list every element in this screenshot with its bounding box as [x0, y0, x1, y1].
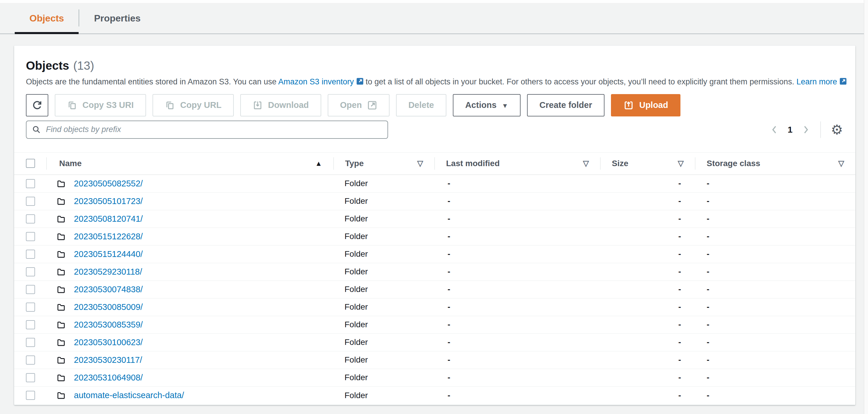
- learn-more-link[interactable]: Learn more: [797, 77, 837, 86]
- column-header-type[interactable]: Type ▽: [333, 152, 434, 174]
- s3-inventory-link[interactable]: Amazon S3 inventory: [278, 77, 354, 86]
- row-name-cell: 20230505082552/: [46, 179, 333, 188]
- delete-button[interactable]: Delete: [396, 94, 446, 116]
- sort-ascending-icon[interactable]: ▲: [315, 159, 333, 168]
- external-link-icon: [367, 100, 377, 110]
- row-size-cell: -: [600, 391, 695, 400]
- row-checkbox[interactable]: [26, 250, 35, 259]
- folder-link[interactable]: 20230515124440/: [74, 249, 143, 259]
- copy-icon: [67, 100, 77, 110]
- folder-link[interactable]: 20230529230118/: [74, 267, 142, 277]
- row-name-cell: automate-elasticsearch-data/: [46, 390, 333, 400]
- row-type-cell: Folder: [333, 391, 434, 400]
- row-last-modified-cell: -: [434, 179, 600, 188]
- row-name-cell: 20230515122628/: [46, 232, 333, 241]
- row-select-cell: [14, 299, 46, 316]
- row-size-cell: -: [600, 338, 695, 347]
- filter-icon[interactable]: ▽: [838, 159, 855, 168]
- row-checkbox[interactable]: [26, 338, 35, 347]
- folder-link[interactable]: 20230515122628/: [74, 232, 143, 241]
- objects-panel: Objects (13) Objects are the fundamental…: [14, 45, 855, 405]
- row-checkbox[interactable]: [26, 267, 35, 276]
- select-all-checkbox[interactable]: [26, 159, 35, 168]
- row-size-cell: -: [600, 320, 695, 329]
- row-size-cell: -: [600, 373, 695, 382]
- row-checkbox[interactable]: [26, 179, 35, 188]
- row-checkbox[interactable]: [26, 391, 35, 400]
- row-size-cell: -: [600, 355, 695, 365]
- row-select-cell: [14, 245, 46, 263]
- table-header-row: Name ▲ Type ▽ Last modified ▽ Size ▽ Sto…: [14, 152, 855, 175]
- object-table-body: 20230505082552/ Folder - - - 20230505101…: [14, 175, 855, 404]
- row-checkbox[interactable]: [26, 320, 35, 329]
- folder-link[interactable]: 20230530230117/: [74, 355, 142, 365]
- row-name-cell: 20230530085359/: [46, 320, 333, 330]
- row-checkbox[interactable]: [26, 303, 35, 312]
- panel-title-text: Objects: [26, 59, 69, 72]
- column-header-size[interactable]: Size ▽: [600, 152, 695, 174]
- folder-link[interactable]: automate-elasticsearch-data/: [74, 390, 184, 400]
- row-checkbox[interactable]: [26, 197, 35, 206]
- tab-objects[interactable]: Objects: [15, 3, 79, 34]
- table-row: 20230508120741/ Folder - - -: [14, 210, 855, 228]
- row-last-modified-cell: -: [434, 285, 600, 294]
- row-name-cell: 20230530085009/: [46, 302, 333, 312]
- row-storage-class-cell: -: [695, 302, 855, 312]
- tab-objects-label: Objects: [29, 13, 64, 24]
- table-row: 20230530230117/ Folder - - -: [14, 351, 855, 369]
- upload-button[interactable]: Upload: [611, 94, 680, 116]
- search-input[interactable]: [46, 125, 382, 134]
- row-storage-class-cell: -: [695, 267, 855, 276]
- row-last-modified-cell: -: [434, 338, 600, 347]
- column-header-name[interactable]: Name ▲: [46, 152, 333, 174]
- delete-label: Delete: [408, 100, 434, 110]
- row-size-cell: -: [600, 249, 695, 259]
- row-checkbox[interactable]: [26, 232, 35, 241]
- open-button[interactable]: Open: [328, 94, 390, 116]
- folder-link[interactable]: 20230530085009/: [74, 302, 143, 312]
- folder-link[interactable]: 20230530085359/: [74, 320, 143, 330]
- previous-page-button[interactable]: [770, 125, 779, 135]
- create-folder-button[interactable]: Create folder: [527, 94, 604, 116]
- upload-label: Upload: [639, 100, 668, 110]
- filter-icon[interactable]: ▽: [417, 159, 434, 168]
- pagination: 1 ⚙: [770, 122, 843, 138]
- row-name-cell: 20230530074838/: [46, 285, 333, 294]
- row-checkbox[interactable]: [26, 214, 35, 223]
- folder-icon: [57, 391, 66, 400]
- copy-s3-uri-button[interactable]: Copy S3 URI: [55, 94, 146, 116]
- filter-row: 1 ⚙: [26, 120, 843, 139]
- folder-link[interactable]: 20230530074838/: [74, 285, 143, 294]
- row-storage-class-cell: -: [695, 391, 855, 400]
- row-last-modified-cell: -: [434, 373, 600, 382]
- filter-icon[interactable]: ▽: [678, 159, 695, 168]
- row-checkbox[interactable]: [26, 285, 35, 294]
- folder-link[interactable]: 20230530100623/: [74, 338, 143, 347]
- folder-link[interactable]: 20230505101723/: [74, 197, 143, 206]
- column-header-last-modified[interactable]: Last modified ▽: [434, 152, 600, 174]
- folder-link[interactable]: 20230508120741/: [74, 214, 143, 224]
- row-select-cell: [14, 387, 46, 404]
- actions-button[interactable]: Actions ▼: [453, 94, 521, 116]
- tab-properties[interactable]: Properties: [79, 3, 155, 34]
- row-last-modified-cell: -: [434, 320, 600, 329]
- search-box[interactable]: [26, 120, 388, 139]
- row-checkbox[interactable]: [26, 355, 35, 365]
- refresh-button[interactable]: [26, 94, 48, 116]
- preferences-button[interactable]: ⚙: [831, 123, 843, 136]
- browser-scrollbar[interactable]: [864, 0, 868, 414]
- copy-url-button[interactable]: Copy URL: [153, 94, 234, 116]
- actions-label: Actions: [465, 100, 496, 110]
- download-button[interactable]: Download: [240, 94, 321, 116]
- column-header-storage-class[interactable]: Storage class ▽: [695, 152, 855, 174]
- select-all-cell: [14, 152, 46, 174]
- next-page-button[interactable]: [802, 125, 810, 135]
- folder-link[interactable]: 20230531064908/: [74, 373, 143, 383]
- current-page: 1: [787, 125, 793, 135]
- filter-icon[interactable]: ▽: [583, 159, 600, 168]
- row-last-modified-cell: -: [434, 249, 600, 259]
- row-checkbox[interactable]: [26, 373, 35, 382]
- folder-link[interactable]: 20230505082552/: [74, 179, 143, 188]
- chevron-right-icon: [802, 125, 810, 135]
- tab-properties-label: Properties: [94, 13, 141, 24]
